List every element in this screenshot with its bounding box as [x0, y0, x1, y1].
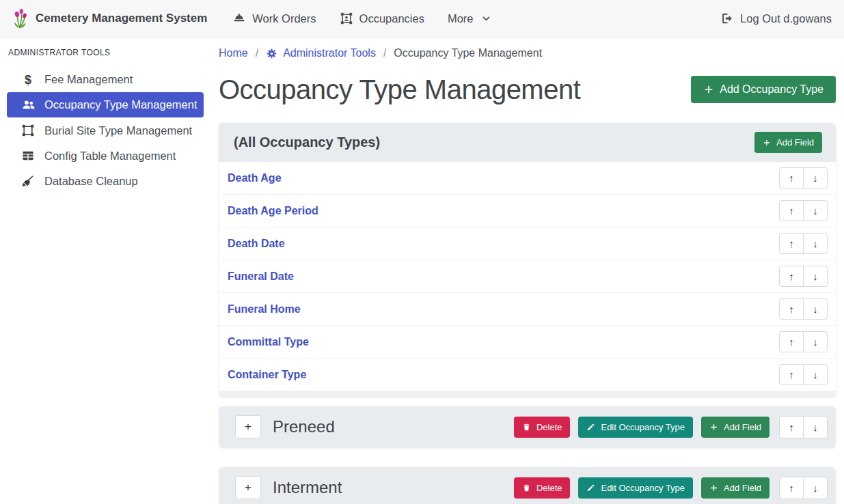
move-down-button[interactable]: ↓ — [803, 331, 828, 352]
field-link-funeral-date[interactable]: Funeral Date — [228, 270, 294, 283]
users-icon — [21, 98, 36, 112]
panel-title: (All Occupancy Types) — [234, 135, 380, 150]
reorder-controls: ↑ ↓ — [779, 477, 828, 499]
move-down-button[interactable]: ↓ — [803, 233, 828, 254]
delete-label: Delete — [536, 422, 562, 432]
plus-icon — [709, 423, 718, 432]
expand-button[interactable]: + — [235, 415, 261, 438]
main-content: Home / Administrator Tools / Occupancy T… — [212, 38, 844, 504]
add-field-label: Add Field — [724, 422, 761, 432]
move-up-button[interactable]: ↑ — [779, 364, 804, 385]
field-link-death-date[interactable]: Death Date — [228, 238, 285, 250]
brand-title: Cemetery Management System — [36, 12, 207, 25]
move-down-button[interactable]: ↓ — [803, 266, 828, 287]
field-row: Funeral Date ↑ ↓ — [219, 260, 836, 292]
hard-hat-icon — [232, 12, 246, 25]
move-down-button[interactable]: ↓ — [803, 477, 828, 499]
panel-header: (All Occupancy Types) Add Field — [219, 123, 836, 162]
occupancy-type-actions: Delete Edit Occupancy Type Add Field ↑ — [514, 477, 828, 499]
sidebar-item-label: Config Table Management — [44, 150, 176, 163]
move-down-button[interactable]: ↓ — [803, 167, 828, 188]
sidebar-item-config-table-management[interactable]: Config Table Management — [7, 143, 204, 168]
breadcrumb: Home / Administrator Tools / Occupancy T… — [219, 43, 836, 59]
move-up-button[interactable]: ↑ — [779, 200, 804, 221]
trash-icon — [522, 423, 531, 432]
breadcrumb-admin-tools-link[interactable]: Administrator Tools — [283, 47, 376, 59]
sidebar-section-title: ADMINISTRATOR TOOLS — [0, 44, 212, 67]
field-row: Death Age ↑ ↓ — [219, 162, 836, 194]
pencil-icon — [586, 484, 595, 492]
trash-icon — [522, 484, 531, 492]
move-down-button[interactable]: ↓ — [803, 298, 828, 320]
plus-icon — [709, 484, 718, 492]
panel-add-field-label: Add Field — [776, 137, 814, 148]
expand-button[interactable]: + — [235, 476, 261, 499]
sidebar-item-label: Database Cleanup — [44, 175, 138, 188]
sidebar-item-burial-site-type-management[interactable]: Burial Site Type Management — [7, 118, 204, 143]
sidebar-item-label: Fee Management — [44, 73, 133, 86]
add-occupancy-type-button[interactable]: Add Occupancy Type — [691, 76, 836, 103]
nav-more[interactable]: More — [436, 12, 503, 25]
field-row: Death Age Period ↑ ↓ — [219, 194, 836, 227]
move-up-button[interactable]: ↑ — [779, 233, 804, 254]
add-field-button[interactable]: Add Field — [701, 417, 770, 438]
edit-occupancy-type-button[interactable]: Edit Occupancy Type — [578, 417, 693, 438]
nav-work-orders[interactable]: Work Orders — [221, 12, 327, 25]
move-up-button[interactable]: ↑ — [779, 331, 804, 352]
tulips-logo-icon — [11, 8, 29, 29]
nav-occupancies-label: Occupancies — [359, 12, 424, 25]
move-up-button[interactable]: ↑ — [779, 477, 804, 499]
move-up-button[interactable]: ↑ — [779, 167, 804, 188]
reorder-controls: ↑ ↓ — [779, 266, 828, 287]
plus-icon — [763, 139, 771, 147]
edit-occupancy-type-label: Edit Occupancy Type — [601, 422, 685, 432]
reorder-controls: ↑ ↓ — [779, 200, 828, 221]
edit-occupancy-type-button[interactable]: Edit Occupancy Type — [578, 477, 693, 499]
occupancy-type-section-interment: + Interment Delete Edi — [219, 467, 836, 504]
field-row: Container Type ↑ ↓ — [219, 358, 836, 391]
breadcrumb-home-link[interactable]: Home — [219, 47, 248, 59]
reorder-controls: ↑ ↓ — [779, 331, 828, 352]
add-occupancy-type-label: Add Occupancy Type — [720, 83, 823, 96]
sidebar-item-occupancy-type-management[interactable]: Occupancy Type Management — [7, 92, 204, 117]
move-up-button[interactable]: ↑ — [779, 416, 804, 438]
move-up-button[interactable]: ↑ — [779, 298, 804, 320]
nav-more-label: More — [448, 12, 474, 25]
field-link-funeral-home[interactable]: Funeral Home — [228, 303, 301, 316]
nav-occupancies[interactable]: Occupancies — [328, 12, 436, 25]
chevron-down-icon — [481, 14, 491, 24]
field-link-container-type[interactable]: Container Type — [228, 369, 306, 381]
field-link-committal-type[interactable]: Committal Type — [228, 336, 309, 348]
delete-button[interactable]: Delete — [514, 417, 571, 438]
reorder-controls: ↑ ↓ — [779, 364, 828, 385]
occupancy-type-name: Interment — [273, 478, 342, 497]
all-occupancy-types-panel: (All Occupancy Types) Add Field Death Ag… — [219, 123, 836, 397]
move-down-button[interactable]: ↓ — [803, 364, 828, 385]
logout-button[interactable]: Log Out d.gowans — [709, 12, 833, 25]
pencil-icon — [586, 423, 595, 432]
sidebar-item-label: Burial Site Type Management — [44, 124, 192, 137]
vector-square-icon — [21, 124, 36, 137]
move-down-button[interactable]: ↓ — [803, 416, 828, 438]
sidebar-item-fee-management[interactable]: $ Fee Management — [7, 68, 204, 92]
sidebar-item-label: Occupancy Type Management — [44, 98, 198, 111]
gear-icon — [266, 48, 277, 59]
occupancy-type-actions: Delete Edit Occupancy Type Add Field ↑ — [514, 416, 828, 438]
move-up-button[interactable]: ↑ — [779, 266, 804, 287]
reorder-controls: ↑ ↓ — [779, 298, 828, 320]
breadcrumb-separator: / — [383, 47, 386, 59]
brand[interactable]: Cemetery Management System — [11, 8, 207, 29]
delete-button[interactable]: Delete — [514, 477, 571, 499]
portrait-frame-icon — [340, 12, 353, 25]
sidebar-item-database-cleanup[interactable]: Database Cleanup — [7, 169, 204, 193]
nav-work-orders-label: Work Orders — [252, 12, 316, 25]
move-down-button[interactable]: ↓ — [803, 200, 828, 221]
field-link-death-age[interactable]: Death Age — [228, 172, 282, 184]
field-row: Funeral Home ↑ ↓ — [219, 292, 836, 325]
field-link-death-age-period[interactable]: Death Age Period — [228, 205, 318, 217]
add-field-button[interactable]: Add Field — [701, 477, 770, 499]
panel-add-field-button[interactable]: Add Field — [754, 132, 822, 153]
logout-label: Log Out d.gowans — [740, 12, 832, 25]
field-row: Committal Type ↑ ↓ — [219, 325, 836, 358]
breadcrumb-separator: / — [256, 47, 258, 59]
